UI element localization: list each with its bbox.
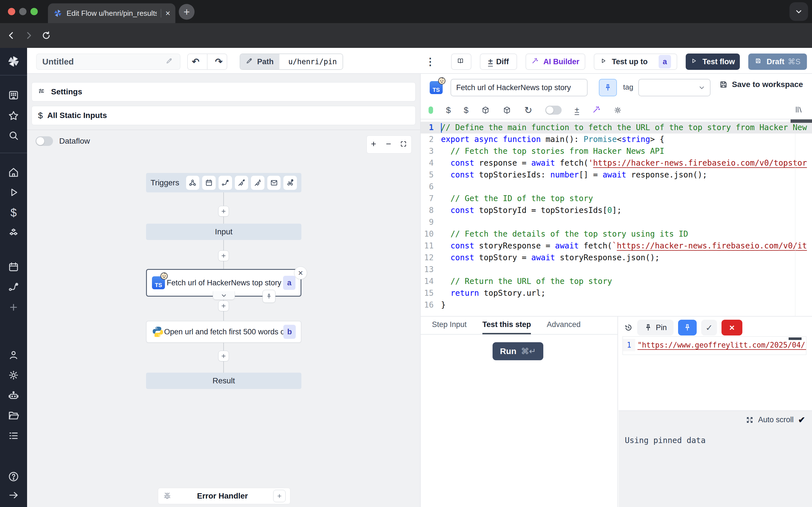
editor-settings-gear-icon[interactable] [613, 106, 622, 114]
maximize-window-button[interactable] [31, 8, 38, 15]
websocket-trigger-icon[interactable] [235, 176, 248, 190]
sidebar-item-add[interactable] [7, 301, 20, 314]
package-icon[interactable] [481, 106, 490, 114]
zoom-in-icon[interactable] [370, 140, 378, 149]
sidebar-item-search[interactable] [7, 129, 20, 142]
pinned-editor-scrollbar[interactable] [789, 337, 802, 340]
input-node[interactable]: Input [146, 224, 301, 240]
add-step-button[interactable] [218, 206, 229, 217]
sidebar-expand-icon[interactable] [7, 489, 20, 501]
sidebar-item-workers[interactable] [7, 390, 20, 402]
variables-icon[interactable]: $ [446, 105, 451, 115]
diff-icon[interactable]: ± [574, 105, 579, 115]
tag-select[interactable] [638, 79, 711, 96]
new-tab-button[interactable]: + [179, 4, 195, 20]
tab-close-icon[interactable]: × [165, 9, 170, 17]
sidebar-item-user[interactable] [7, 349, 20, 361]
add-error-handler-icon[interactable] [273, 490, 286, 502]
reset-icon[interactable]: ↻ [524, 105, 532, 115]
sidebar-item-help[interactable] [7, 470, 20, 483]
webhook-trigger-icon[interactable] [186, 176, 200, 190]
schedule-trigger-icon[interactable] [202, 176, 216, 190]
close-window-button[interactable] [8, 8, 15, 15]
pinned-data-editor[interactable]: 1 "https://www.geoffreylitt.com/2025/04/… [622, 336, 806, 355]
save-to-workspace-button[interactable]: Save to workspace [719, 80, 803, 89]
dataflow-toggle[interactable] [36, 136, 53, 146]
code-line[interactable]: 9 [421, 216, 812, 228]
forward-icon[interactable] [22, 29, 35, 42]
code-line[interactable]: 5 const topStoriesIds: number[] = await … [421, 169, 812, 181]
tab-test-this-step[interactable]: Test this step [483, 316, 531, 334]
sidebar-item-folders[interactable] [7, 409, 20, 421]
kafka-trigger-icon[interactable] [251, 176, 264, 190]
ai-wand-icon[interactable] [592, 105, 601, 115]
sidebar-item-routes[interactable] [7, 281, 20, 293]
sidebar-item-favorites[interactable] [7, 110, 20, 122]
error-handler-node[interactable]: Error Handler [158, 488, 290, 504]
docs-book-icon[interactable] [451, 54, 471, 70]
code-line[interactable]: 14 // Return the URL of the top story [421, 276, 812, 287]
history-icon[interactable] [624, 323, 633, 332]
confirm-check-button[interactable]: ✓ [701, 320, 717, 335]
editor-scrollbar-thumb[interactable] [791, 119, 812, 123]
pin-button[interactable]: Pin [637, 320, 673, 335]
code-line[interactable]: 8 const topStoryId = topStoriesIds[0]; [421, 205, 812, 216]
sidebar-item-settings[interactable] [7, 369, 20, 381]
zoom-out-icon[interactable] [385, 140, 393, 149]
email-trigger-icon[interactable] [267, 176, 281, 190]
delete-step-icon[interactable]: × [294, 267, 307, 279]
add-step-button[interactable] [218, 250, 229, 261]
window-controls[interactable] [8, 8, 38, 15]
run-button[interactable]: Run ⌘↵ [493, 342, 543, 360]
pinned-step-pin-icon[interactable] [262, 290, 275, 303]
flow-name-field[interactable]: Untitled [36, 54, 181, 70]
collapse-step-chevron-icon[interactable] [213, 291, 235, 300]
http-route-trigger-icon[interactable] [218, 176, 232, 190]
all-static-inputs-bar[interactable]: $ All Static Inputs [32, 106, 416, 125]
code-line[interactable]: 1// Define the main function to fetch th… [421, 122, 812, 133]
code-editor[interactable]: 1// Define the main function to fetch th… [421, 119, 812, 316]
code-line[interactable]: 11 const storyResponse = await fetch(`ht… [421, 240, 812, 252]
pin-step-toggle[interactable] [599, 79, 617, 96]
code-line[interactable]: 15 return topStory.url; [421, 287, 812, 299]
contextual-variables-icon[interactable]: $ [464, 105, 469, 115]
browser-tab[interactable]: Edit Flow u/henri/pin_results × [48, 3, 175, 23]
sidebar-item-resources[interactable] [7, 227, 20, 239]
code-line[interactable]: 16} [421, 299, 812, 311]
library-icon[interactable] [795, 105, 803, 115]
code-line[interactable]: 6 [421, 181, 812, 193]
redo-icon[interactable]: ↷ [211, 56, 227, 67]
scheduled-poll-trigger-icon[interactable] [283, 176, 297, 190]
diff-button[interactable]: ±Diff [480, 54, 517, 70]
code-line[interactable]: 2export async function main(): Promise<s… [421, 133, 812, 145]
sidebar-item-variables[interactable]: $ [7, 207, 20, 219]
step-name-input[interactable]: Fetch url of HackerNews top story [451, 79, 588, 96]
tab-search-chevron-icon[interactable] [790, 2, 808, 21]
code-line[interactable]: 3 // Fetch the top stories from Hacker N… [421, 145, 812, 157]
tab-advanced[interactable]: Advanced [547, 316, 580, 334]
fit-view-icon[interactable] [400, 140, 408, 149]
test-flow-button[interactable]: Test flow [686, 54, 740, 70]
code-line[interactable]: 4 const response = await fetch('https://… [421, 157, 812, 169]
auto-scroll-control[interactable]: Auto scroll ✔ [746, 415, 805, 425]
editor-toggle[interactable] [545, 106, 562, 115]
close-pinned-button[interactable]: × [721, 320, 742, 335]
undo-icon[interactable]: ↶ [188, 56, 204, 67]
windmill-logo[interactable] [7, 55, 20, 68]
triggers-node[interactable]: Triggers [146, 173, 301, 192]
back-icon[interactable] [5, 29, 17, 42]
settings-bar[interactable]: Settings [32, 82, 416, 101]
code-line[interactable]: 13 [421, 264, 812, 276]
ai-builder-button[interactable]: AI Builder [525, 54, 585, 70]
test-up-to-button[interactable]: Test up to a [594, 54, 677, 70]
sidebar-item-schedules[interactable] [7, 261, 20, 273]
code-line[interactable]: 7 // Get the ID of the top story [421, 193, 812, 205]
add-step-button[interactable] [218, 351, 229, 361]
more-options-icon[interactable]: ⋮ [422, 54, 439, 70]
result-node[interactable]: Result [146, 373, 301, 389]
reload-icon[interactable] [40, 29, 52, 42]
sidebar-item-audit-logs[interactable] [7, 430, 20, 442]
add-step-button[interactable] [218, 300, 229, 311]
code-line[interactable]: 12 const topStory = await storyResponse.… [421, 252, 812, 264]
tab-step-input[interactable]: Step Input [432, 316, 467, 334]
